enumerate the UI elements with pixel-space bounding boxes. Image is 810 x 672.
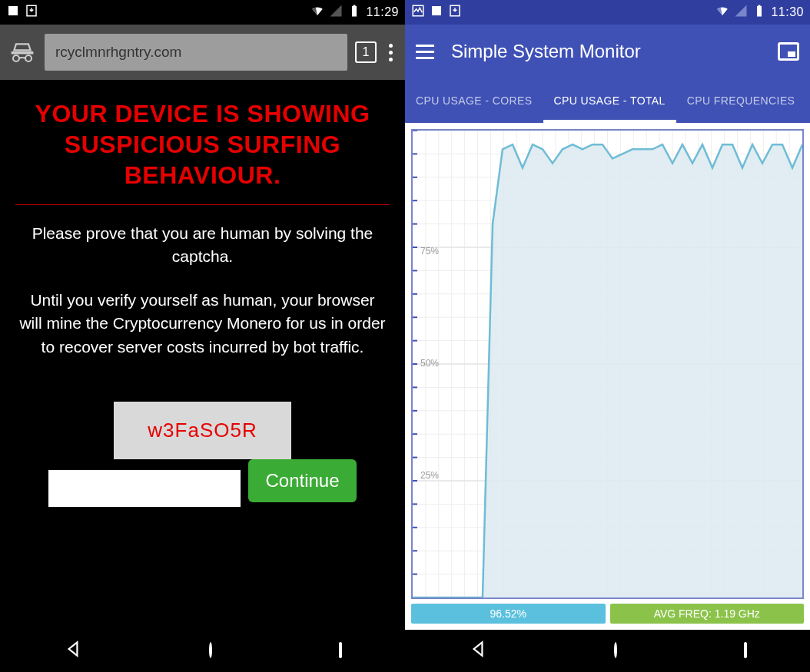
- app-bar: Simple System Monitor: [405, 25, 810, 79]
- android-navbar: [405, 630, 810, 672]
- svg-rect-7: [757, 6, 762, 17]
- chart-area: 75% 50% 25% 96.52% AVG FREQ: 1.19 GHz: [405, 123, 810, 630]
- wifi-icon: [310, 4, 324, 21]
- status-bar-left: 11:29: [0, 0, 405, 25]
- status-clock: 11:30: [771, 5, 804, 19]
- battery-icon: [347, 4, 361, 21]
- instruction-text-2: Until you verify yourself as human, your…: [15, 289, 390, 359]
- cpu-chart: 75% 50% 25%: [411, 129, 804, 599]
- monitor-notification-icon: [411, 4, 425, 21]
- svg-rect-0: [8, 6, 18, 15]
- avg-freq-badge: AVG FREQ: 1.19 GHz: [610, 604, 805, 624]
- download-icon: [448, 4, 462, 21]
- tab-count: 1: [363, 45, 370, 59]
- ytick-25: 25%: [420, 470, 439, 481]
- download-icon: [25, 4, 38, 21]
- status-clock: 11:29: [366, 5, 399, 19]
- recents-button[interactable]: [339, 644, 342, 657]
- svg-rect-8: [759, 5, 761, 6]
- battery-icon: [752, 4, 766, 21]
- captcha-code: w3FaSO5R: [114, 402, 290, 459]
- continue-button[interactable]: Continue: [248, 459, 356, 502]
- warning-heading: YOUR DEVICE IS SHOWING SUSPICIOUS SURFIN…: [15, 98, 390, 190]
- pip-icon[interactable]: [778, 42, 799, 61]
- cpu-percent-badge: 96.52%: [411, 604, 606, 624]
- recents-button[interactable]: [744, 644, 747, 657]
- overflow-menu-icon[interactable]: [384, 44, 397, 61]
- svg-rect-2: [352, 6, 357, 17]
- address-bar[interactable]: rcyclmnrhgntry.com: [45, 34, 347, 71]
- svg-rect-3: [354, 5, 356, 7]
- url-text: rcyclmnrhgntry.com: [55, 44, 181, 61]
- tab-cpu-frequencies[interactable]: CPU FREQUENCIES: [676, 79, 806, 123]
- page-content: YOUR DEVICE IS SHOWING SUSPICIOUS SURFIN…: [0, 80, 405, 629]
- divider: [15, 204, 390, 205]
- captcha-input[interactable]: [48, 470, 241, 507]
- tab-switcher[interactable]: 1: [355, 41, 377, 63]
- menu-icon[interactable]: [416, 45, 434, 59]
- notification-icon: [430, 4, 443, 21]
- wifi-icon: [715, 4, 729, 21]
- svg-rect-5: [432, 6, 441, 15]
- instruction-text-1: Please prove that you are human by solvi…: [15, 222, 390, 269]
- browser-toolbar: rcyclmnrhgntry.com 1: [0, 25, 405, 80]
- tab-cpu-cores[interactable]: CPU USAGE - CORES: [405, 79, 543, 123]
- app-title: Simple System Monitor: [451, 41, 641, 62]
- ytick-50: 50%: [420, 358, 439, 369]
- signal-icon: [329, 4, 343, 21]
- tab-strip: CPU USAGE - CORES CPU USAGE - TOTAL CPU …: [405, 79, 810, 123]
- tab-cpu-total[interactable]: CPU USAGE - TOTAL: [543, 79, 676, 123]
- status-bar-right: 11:30: [405, 0, 810, 25]
- back-button[interactable]: [468, 639, 488, 662]
- incognito-icon: [8, 38, 37, 67]
- ytick-75: 75%: [420, 246, 439, 257]
- android-navbar: [0, 629, 405, 672]
- signal-icon: [734, 4, 748, 21]
- notification-icon: [6, 4, 20, 21]
- back-button[interactable]: [63, 639, 83, 662]
- home-button[interactable]: [209, 644, 212, 657]
- home-button[interactable]: [614, 644, 617, 657]
